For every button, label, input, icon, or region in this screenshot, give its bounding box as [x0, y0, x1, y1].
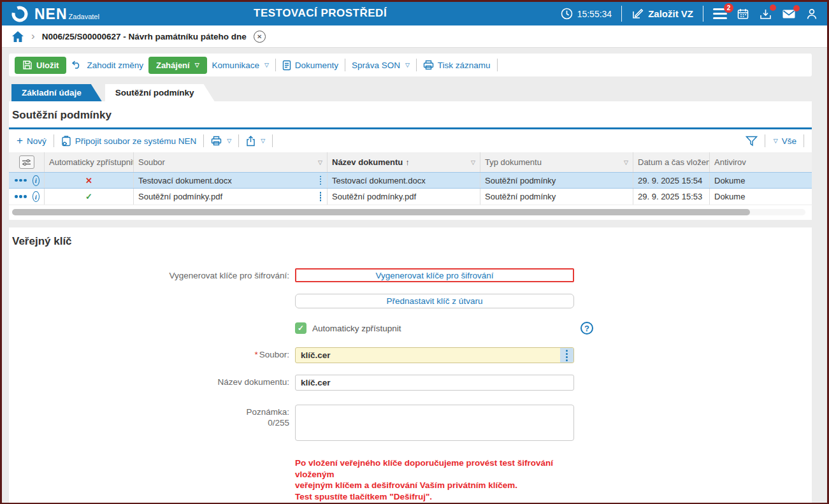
documents-label: Dokumenty [295, 61, 338, 70]
filter-triangle-icon[interactable]: ▽ [318, 159, 322, 166]
view-all-label: Vše [782, 136, 797, 146]
new-document-button[interactable]: + Nový [17, 134, 47, 147]
encryption-warning-text: Po vložení veřejného klíče doporučujeme … [295, 457, 574, 502]
auto-publish-label: Automaticky zpřístupnit [312, 324, 401, 333]
doc-name-cell[interactable]: Testovací dokument.docx [328, 173, 480, 188]
print-record-button[interactable]: Tisk záznamu [423, 60, 491, 70]
column-header-typ[interactable]: Typ dokumentu ▽ [480, 152, 633, 172]
column-header-datum[interactable]: Datum a čas vložení ▽ [633, 152, 710, 172]
save-icon [22, 60, 32, 70]
chevron-down-icon: ▽ [227, 138, 231, 144]
divider [203, 134, 204, 147]
column-header-antivir[interactable]: Antivirov [710, 152, 812, 172]
row-grip-icon[interactable] [319, 191, 323, 203]
save-button[interactable]: Uložit [15, 57, 66, 74]
doc-name-label: Název dokumentu: [9, 375, 289, 387]
horizontal-scrollbar[interactable] [12, 209, 805, 215]
note-textarea[interactable] [295, 405, 574, 441]
chevron-down-icon: ▽ [264, 62, 269, 68]
page-content: Uložit Zahodit změny Zahájení ▽ Komunika… [2, 48, 827, 503]
time-value: 15:55:34 [577, 9, 612, 19]
create-vz-label: Založit VZ [648, 8, 693, 19]
messages-button[interactable] [782, 8, 796, 20]
divider [54, 134, 54, 147]
note-counter: 0/255 [9, 418, 289, 428]
filter-icon[interactable] [746, 136, 758, 147]
file-cell[interactable]: Testovací dokument.docx [138, 176, 232, 185]
attach-from-nen-button[interactable]: Připojit soubor ze systému NEN [61, 136, 197, 147]
communication-dropdown-button[interactable]: Komunikace ▽ [212, 61, 269, 70]
doc-name-cell[interactable]: Soutěžní podmínky.pdf [328, 189, 480, 205]
file-input[interactable] [295, 347, 574, 363]
communication-label: Komunikace [212, 61, 259, 70]
table-row[interactable]: i ✓ Soutěžní podmínky.pdf Soutěžní podmí… [9, 189, 812, 205]
view-all-dropdown[interactable]: ▽ Vše [772, 136, 797, 146]
row-grip-icon[interactable] [319, 175, 323, 187]
start-label: Zahájení [156, 61, 190, 70]
divider [703, 6, 703, 22]
file-picker-dots-icon[interactable] [560, 348, 573, 363]
create-vz-button[interactable]: Založit VZ [631, 8, 693, 20]
filter-triangle-icon[interactable]: ▽ [624, 159, 628, 166]
divider [272, 134, 273, 147]
conditions-section-title: Soutěžní podmínky [9, 101, 812, 127]
divider [497, 59, 498, 71]
share-export-icon [246, 136, 256, 147]
column-settings-icon[interactable] [19, 155, 34, 169]
table-print-button[interactable]: ▽ [211, 136, 231, 146]
inbox-button[interactable] [759, 8, 772, 20]
documents-button[interactable]: Dokumenty [282, 60, 338, 71]
filter-triangle-icon[interactable]: ▽ [471, 159, 475, 166]
discard-changes-button[interactable]: Zahodit změny [71, 61, 143, 70]
scrollbar-thumb[interactable] [12, 209, 750, 215]
auto-publish-checkbox[interactable]: ✓ [295, 322, 306, 334]
close-record-icon[interactable]: ✕ [254, 31, 266, 43]
info-icon[interactable]: i [32, 191, 40, 202]
column-header-nazev[interactable]: Název dokumentu ↑ ▽ [328, 152, 480, 172]
generate-keys-button[interactable]: Vygenerovat klíče pro šifrování [295, 268, 574, 282]
info-icon[interactable]: i [32, 175, 40, 186]
preset-key-button[interactable]: Přednastavit klíč z útvaru [295, 294, 574, 308]
profile-button[interactable] [805, 8, 818, 20]
app-name: NEN [34, 7, 68, 21]
tab-soutezni-podminky[interactable]: Soutěžní podmínky [105, 84, 215, 101]
breadcrumb-record[interactable]: N006/25/S00000627 - Návrh památníku páte… [42, 32, 247, 41]
calendar-button[interactable] [737, 8, 749, 20]
breadcrumb-separator: › [31, 30, 35, 43]
session-time: 15:55:34 [561, 8, 612, 20]
tab-bar: Základní údaje Soutěžní podmínky [9, 84, 812, 101]
home-icon[interactable] [11, 31, 24, 43]
new-label: Nový [27, 136, 47, 146]
antivirus-cell: Dokume [710, 189, 812, 205]
row-menu-icon[interactable] [15, 179, 27, 182]
doc-name-input[interactable] [295, 375, 574, 391]
doc-type-cell: Soutěžní podmínky [480, 173, 633, 188]
divider [345, 59, 345, 71]
edit-icon [631, 8, 644, 20]
sort-ascending-icon: ↑ [405, 157, 410, 167]
tasks-menu-button[interactable]: 2 [713, 8, 727, 19]
status-cross-icon: ✕ [85, 176, 92, 185]
table-header-row: Automaticky zpřístupnit ▽ Soubor ▽ Název… [9, 152, 812, 172]
file-cell[interactable]: Soutěžní podmínky.pdf [138, 192, 222, 201]
tasks-badge: 2 [724, 3, 733, 13]
divider [416, 59, 417, 71]
column-header-auto[interactable]: Automaticky zpřístupnit ▽ [45, 152, 134, 172]
export-button[interactable]: ▽ [246, 136, 265, 147]
row-menu-icon[interactable] [15, 195, 27, 198]
note-row: Poznámka: 0/255 [9, 405, 812, 443]
tab-zakladni-udaje[interactable]: Základní údaje [11, 84, 102, 101]
table-row[interactable]: i ✕ Testovací dokument.docx Testovací do… [9, 172, 812, 189]
attach-label: Připojit soubor ze systému NEN [75, 136, 197, 146]
chevron-down-icon: ▽ [774, 138, 778, 144]
note-label: Poznámka: [9, 407, 289, 417]
start-dropdown-button[interactable]: Zahájení ▽ [148, 57, 207, 74]
public-key-panel: Veřejný klíč Vygenerovat klíče pro šifro… [9, 227, 812, 503]
help-icon[interactable]: ? [580, 322, 593, 335]
app-logo[interactable]: NEN Zadavatel [11, 5, 99, 23]
column-header-soubor[interactable]: Soubor ▽ [134, 152, 328, 172]
command-bar: Uložit Zahodit změny Zahájení ▽ Komunika… [9, 54, 812, 76]
inserted-cell: 29. 9. 2025 15:54 [633, 173, 710, 188]
calendar-icon [737, 8, 749, 20]
son-dropdown-button[interactable]: Správa SON ▽ [352, 61, 410, 70]
